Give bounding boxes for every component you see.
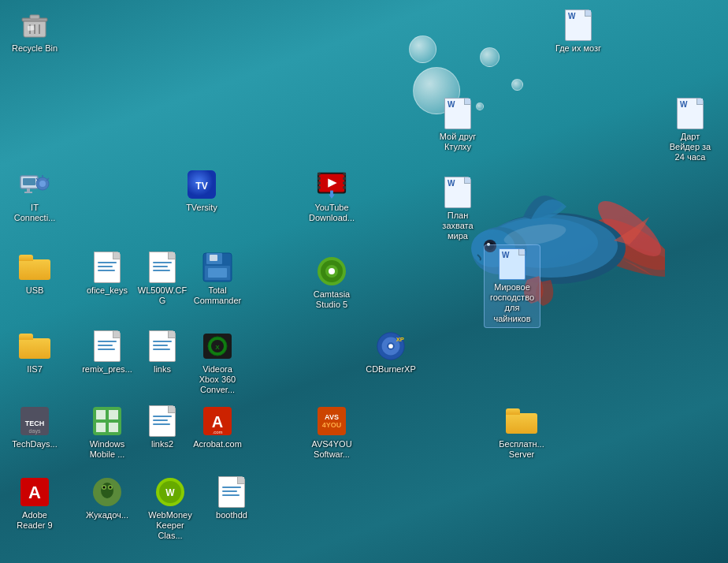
svg-rect-66 <box>318 177 321 180</box>
acrobat-com-icon[interactable]: A .com Acrobat.com <box>189 402 246 453</box>
webmoney-label: WebMoney Keeper Clas... <box>145 510 195 542</box>
videora-icon[interactable]: X Videora Xbox 360 Conver... <box>189 327 246 399</box>
svg-rect-38 <box>210 255 217 261</box>
ofice-keys-label: ofice_keys <box>87 285 128 296</box>
wl500w-icon[interactable]: WL500W.CFG <box>134 248 191 309</box>
svg-rect-49 <box>109 423 118 432</box>
techdays-icon[interactable]: TECH days TechDays... <box>6 402 63 453</box>
moy-drug-icon[interactable]: Мой друг Ктулху <box>429 95 486 155</box>
ofice-keys-icon[interactable]: ofice_keys <box>79 248 136 299</box>
camtasia-label: Camtasia Studio 5 <box>306 289 357 310</box>
acrobat-com-label: Acrobat.com <box>193 439 242 449</box>
iis7-folder-icon[interactable]: IIS7 <box>6 327 63 378</box>
gde-ih-mozg-icon[interactable]: Где их мозг <box>550 6 607 57</box>
links2-label: links2 <box>151 439 173 449</box>
svg-point-54 <box>101 483 113 498</box>
mirovoe-label: Мировое господство для чайников <box>488 282 537 324</box>
svg-point-78 <box>329 268 335 274</box>
dart-vader-icon[interactable]: Дарт Вейдер за 24 часа <box>662 95 719 166</box>
svg-text:X: X <box>215 344 220 351</box>
recycle-bin-label: Recycle Bin <box>12 43 58 54</box>
svg-rect-22 <box>24 192 32 193</box>
svg-rect-46 <box>96 410 106 419</box>
youtube-dl-icon[interactable]: YouTube Download... <box>303 166 360 226</box>
it-connect-icon[interactable]: IT Connecti... <box>6 166 63 226</box>
svg-rect-68 <box>318 186 321 189</box>
svg-text:AVS: AVS <box>325 413 339 421</box>
svg-text:TECH: TECH <box>25 419 45 427</box>
svg-rect-47 <box>109 410 118 419</box>
svg-text:A: A <box>28 483 41 502</box>
avs4you-icon[interactable]: AVS 4YOU AVS4YOU Softwar... <box>303 402 360 463</box>
avs4you-label: AVS4YOU Softwar... <box>306 439 357 460</box>
svg-rect-48 <box>96 423 106 432</box>
youtube-dl-label: YouTube Download... <box>306 203 357 223</box>
svg-rect-72 <box>343 186 346 189</box>
dart-vader-label: Дарт Вейдер за 24 часа <box>665 132 715 163</box>
cdburner-icon[interactable]: XP CDBurnerXP <box>362 327 419 378</box>
svg-rect-71 <box>343 181 346 185</box>
webmoney-icon[interactable]: W WebMoney Keeper Clas... <box>142 473 199 545</box>
gde-ih-mozg-label: Где их мозг <box>555 43 601 54</box>
boothdd-icon[interactable]: boothdd <box>203 473 260 524</box>
cdburner-label: CDBurnerXP <box>366 364 416 375</box>
besplatn-server-icon[interactable]: Бесплатн... Server <box>493 402 550 463</box>
svg-text:W: W <box>165 487 175 498</box>
mirovoe-icon[interactable]: Мировое господство для чайников <box>484 244 540 328</box>
svg-rect-65 <box>318 173 321 176</box>
tversity-label: TVersity <box>186 203 217 213</box>
svg-point-24 <box>39 181 46 187</box>
svg-text:XP: XP <box>396 336 404 343</box>
techdays-label: TechDays... <box>12 439 57 449</box>
wl500w-label: WL500W.CFG <box>137 285 188 306</box>
boothdd-label: boothdd <box>216 510 247 520</box>
svg-text:days: days <box>29 428 41 434</box>
windows-mobile-icon[interactable]: Windows Mobile ... <box>79 402 136 463</box>
svg-text:.com: .com <box>212 430 222 434</box>
svg-rect-67 <box>318 181 321 185</box>
svg-line-27 <box>46 178 49 181</box>
plan-zahvata-icon[interactable]: План захвата мира <box>429 173 486 245</box>
links-label: links <box>154 364 171 375</box>
desktop: Recycle Bin IT Connecti... USB <box>0 0 728 563</box>
svg-rect-69 <box>343 173 346 176</box>
svg-text:4YOU: 4YOU <box>322 421 342 429</box>
svg-rect-14 <box>30 15 39 19</box>
moy-drug-label: Мой друг Ктулху <box>433 132 483 152</box>
zhukadoch-label: Жукадоч... <box>86 510 128 520</box>
svg-text:A: A <box>212 413 223 431</box>
usb-label: USB <box>26 285 44 296</box>
usb-folder-icon[interactable]: USB <box>6 248 63 299</box>
links2-icon[interactable]: links2 <box>134 402 191 453</box>
tversity-icon[interactable]: TV TVersity <box>173 166 230 216</box>
svg-rect-20 <box>23 178 35 185</box>
adobe-reader-label: Adobe Reader 9 <box>9 510 60 531</box>
besplatn-server-label: Бесплатн... Server <box>496 439 547 460</box>
remix-pres-label: remix_pres... <box>82 364 132 375</box>
svg-point-58 <box>110 487 112 489</box>
remix-pres-icon[interactable]: remix_pres... <box>79 327 136 378</box>
svg-text:TV: TV <box>195 181 207 192</box>
svg-rect-18 <box>28 25 34 31</box>
links-icon[interactable]: links <box>134 327 191 378</box>
adobe-reader-icon[interactable]: A Adobe Reader 9 <box>6 473 63 534</box>
svg-rect-70 <box>343 177 346 180</box>
videora-label: Videora Xbox 360 Conver... <box>192 364 243 396</box>
total-commander-label: Total Commander <box>192 285 243 306</box>
plan-zahvata-label: План захвата мира <box>433 211 483 242</box>
recycle-bin-icon[interactable]: Recycle Bin <box>6 6 63 57</box>
svg-rect-21 <box>27 188 30 192</box>
windows-mobile-label: Windows Mobile ... <box>82 439 132 460</box>
iis7-label: IIS7 <box>27 364 43 375</box>
zhukadoch-icon[interactable]: Жукадоч... <box>79 473 136 524</box>
svg-rect-74 <box>330 191 333 196</box>
svg-point-82 <box>388 344 393 349</box>
total-commander-icon[interactable]: Total Commander <box>189 248 246 309</box>
svg-rect-40 <box>208 268 227 278</box>
camtasia-icon[interactable]: Camtasia Studio 5 <box>303 252 360 313</box>
svg-point-57 <box>103 487 106 489</box>
it-connect-label: IT Connecti... <box>9 203 60 223</box>
